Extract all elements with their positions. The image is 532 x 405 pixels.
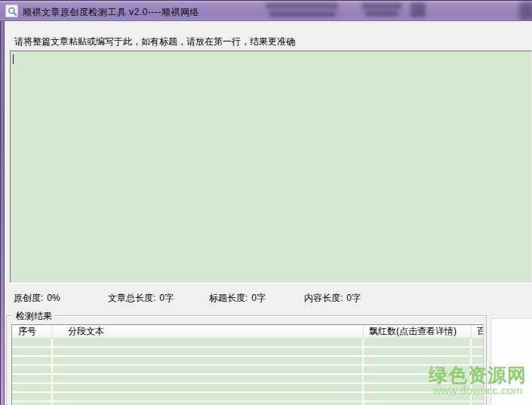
text-caret [13,54,14,64]
results-table-header: 序号 分段文本 飘红数(点击查看详情) 百 [12,325,483,339]
glass-reflection [519,2,532,21]
instruction-label: 请将整篇文章粘贴或编写于此，如有标题，请放在第一行，结果更准确 [14,35,295,48]
magnifier-icon[interactable] [5,5,18,17]
titlebar[interactable]: 顺祺文章原创度检测工具 v2.0----顺祺网络 [0,0,532,21]
glass-reflection [361,3,402,9]
app-window: 顺祺文章原创度检测工具 v2.0----顺祺网络 请将整篇文章粘贴或编写于此，如… [0,0,532,405]
column-header-red-count[interactable]: 飘红数(点击查看详情) [364,325,472,338]
window-left-border [0,21,5,405]
table-row [12,375,483,382]
glass-reflection [266,3,338,9]
stat-content-length: 内容长度:0字 [304,292,361,305]
side-panel [490,318,532,405]
window-title: 顺祺文章原创度检测工具 v2.0----顺祺网络 [23,6,199,19]
stat-title-length: 标题长度:0字 [209,292,266,305]
results-groupbox: 检测结果 序号 分段文本 飘红数(点击查看详情) 百 [6,315,487,405]
results-table[interactable]: 序号 分段文本 飘红数(点击查看详情) 百 [11,324,484,405]
glass-reflection [411,2,426,17]
column-header-segment-text[interactable]: 分段文本 [53,325,364,338]
table-row [12,366,483,373]
table-row [12,339,483,346]
article-input[interactable] [10,51,532,283]
table-row [12,393,483,400]
table-row [12,384,483,391]
stats-row: 原创度:0% 文章总长度:0字 标题长度:0字 内容长度:0字 [0,292,532,304]
titlebar-highlight [0,2,532,2]
results-group-title: 检测结果 [13,310,55,323]
glass-reflection [269,11,336,17]
stat-originality: 原创度:0% [14,292,60,305]
table-row [12,348,483,355]
column-header-index[interactable]: 序号 [12,325,53,338]
table-row [12,402,483,405]
stat-total-length: 文章总长度:0字 [108,292,174,305]
results-table-body [12,339,483,405]
column-header-percent[interactable]: 百 [472,325,483,338]
glass-reflection [365,11,398,17]
table-row [12,357,483,364]
